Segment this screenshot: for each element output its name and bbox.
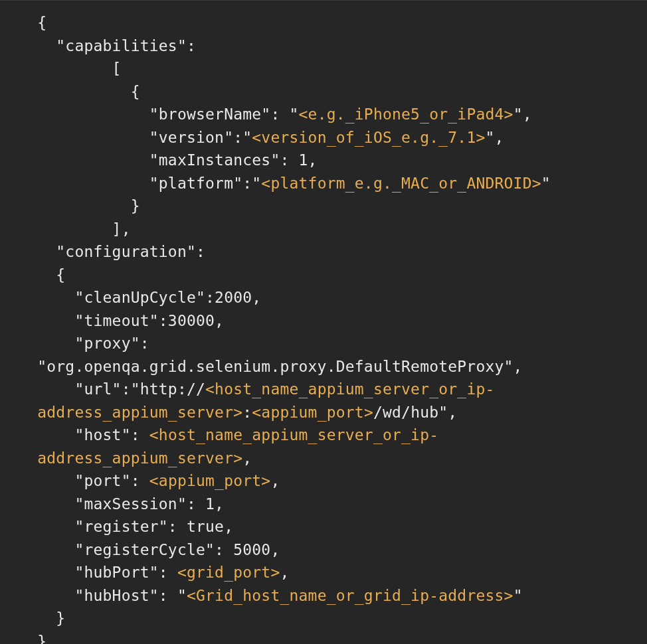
code-text: "maxInstances": 1, bbox=[149, 151, 318, 169]
code-line: "registerCycle": 5000, bbox=[0, 541, 280, 558]
code-text: "hubHost": " bbox=[74, 587, 187, 604]
code-text: "version":" bbox=[149, 129, 252, 146]
placeholder-text: <appium_port> bbox=[252, 404, 373, 421]
code-text: ", bbox=[485, 129, 504, 146]
placeholder-text: <platform_e.g._MAC_or_ANDROID> bbox=[261, 175, 541, 192]
code-line: "register": true, bbox=[0, 518, 233, 535]
code-text: "cleanUpCycle":2000, bbox=[74, 289, 261, 306]
code-line: { bbox=[0, 83, 140, 100]
placeholder-text: address_appium_server> bbox=[37, 449, 242, 467]
code-text: " bbox=[541, 175, 551, 192]
code-text: "hubPort": bbox=[74, 564, 177, 581]
code-line: } bbox=[0, 197, 140, 214]
placeholder-text: address_appium_server> bbox=[37, 404, 242, 421]
code-line: "browserName": "<e.g._iPhone5_or_iPad4>"… bbox=[0, 106, 532, 123]
code-line: "hubHost": "<Grid_host_name_or_grid_ip-a… bbox=[0, 587, 523, 604]
code-text: } bbox=[56, 609, 65, 627]
code-line: "port": <appium_port>, bbox=[0, 472, 280, 489]
code-line: } bbox=[0, 633, 46, 645]
code-line: "timeout":30000, bbox=[0, 312, 224, 329]
code-text: } bbox=[131, 197, 140, 214]
code-line: "configuration": bbox=[0, 243, 205, 260]
code-text: ], bbox=[112, 220, 131, 238]
code-text: , bbox=[242, 449, 252, 467]
code-line: "maxInstances": 1, bbox=[0, 151, 318, 169]
code-line: { bbox=[0, 266, 65, 283]
placeholder-text: <grid_port> bbox=[177, 564, 280, 581]
code-line: "cleanUpCycle":2000, bbox=[0, 289, 261, 306]
placeholder-text: <Grid_host_name_or_grid_ip-address> bbox=[187, 587, 513, 604]
code-text: /wd/hub", bbox=[373, 404, 457, 421]
code-line: "org.openqa.grid.selenium.proxy.DefaultR… bbox=[0, 358, 523, 375]
code-line: "url":"http://<host_name_appium_server_o… bbox=[0, 380, 495, 398]
code-text: "maxSession": 1, bbox=[74, 495, 224, 513]
code-text: [ bbox=[112, 60, 122, 77]
code-block[interactable]: { "capabilities": [ { "browserName": "<e… bbox=[0, 0, 647, 644]
code-line: } bbox=[0, 609, 65, 627]
code-line: ], bbox=[0, 220, 131, 238]
code-line: "maxSession": 1, bbox=[0, 495, 224, 513]
code-text: "url":"http:// bbox=[74, 380, 205, 398]
code-line: "hubPort": <grid_port>, bbox=[0, 564, 290, 581]
code-content: { "capabilities": [ { "browserName": "<e… bbox=[0, 14, 551, 644]
code-text: { bbox=[131, 83, 140, 100]
code-line: "platform":"<platform_e.g._MAC_or_ANDROI… bbox=[0, 175, 551, 192]
code-text: { bbox=[37, 14, 46, 31]
placeholder-text: <host_name_appium_server_or_ip- bbox=[149, 426, 438, 443]
code-text: "proxy": bbox=[74, 335, 149, 352]
placeholder-text: <appium_port> bbox=[149, 472, 271, 489]
code-text: "org.openqa.grid.selenium.proxy.DefaultR… bbox=[37, 358, 522, 375]
code-text: { bbox=[56, 266, 65, 283]
code-line: "version":"<version_of_iOS_e.g._7.1>", bbox=[0, 129, 504, 146]
code-text: , bbox=[270, 472, 280, 489]
code-text: : bbox=[242, 404, 252, 421]
code-text: "host": bbox=[74, 426, 149, 443]
code-line: address_appium_server>, bbox=[0, 449, 252, 467]
code-line: "host": <host_name_appium_server_or_ip- bbox=[0, 426, 438, 443]
placeholder-text: <e.g._iPhone5_or_iPad4> bbox=[299, 106, 513, 123]
code-line: "capabilities": bbox=[0, 37, 196, 54]
code-text: "registerCycle": 5000, bbox=[74, 541, 280, 558]
code-line: "proxy": bbox=[0, 335, 149, 352]
placeholder-text: <version_of_iOS_e.g._7.1> bbox=[252, 129, 485, 146]
code-text: "browserName": " bbox=[149, 106, 299, 123]
code-text: "configuration": bbox=[56, 243, 205, 260]
code-text: , bbox=[280, 564, 289, 581]
code-text: "register": true, bbox=[74, 518, 233, 535]
code-text: " bbox=[513, 587, 523, 604]
code-line: [ bbox=[0, 60, 122, 77]
code-text: "platform":" bbox=[149, 175, 262, 192]
placeholder-text: <host_name_appium_server_or_ip- bbox=[205, 380, 494, 398]
code-line: address_appium_server>:<appium_port>/wd/… bbox=[0, 404, 457, 421]
code-text: "port": bbox=[74, 472, 149, 489]
code-text: ", bbox=[513, 106, 532, 123]
code-text: "timeout":30000, bbox=[74, 312, 224, 329]
code-text: } bbox=[37, 633, 46, 645]
code-text: "capabilities": bbox=[56, 37, 196, 54]
code-line: { bbox=[0, 14, 46, 31]
